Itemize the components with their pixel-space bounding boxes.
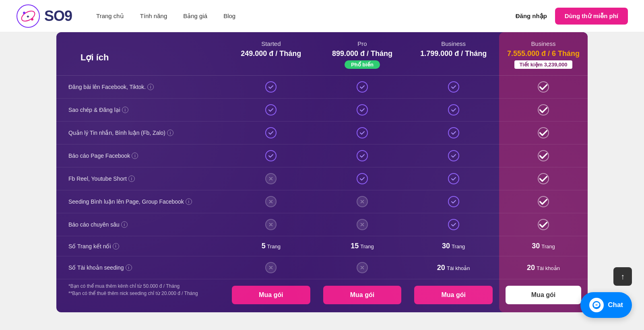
feature-4-business: [408, 167, 499, 190]
nav-tinh-nang[interactable]: Tính năng: [140, 12, 167, 19]
info-icon-7[interactable]: i: [113, 243, 119, 250]
info-icon-3[interactable]: i: [132, 153, 138, 159]
feature-6-business6: [499, 213, 588, 236]
popular-badge: Phổ biến: [345, 60, 380, 69]
check-pro-0: [357, 81, 368, 93]
feature-8-pro: [317, 256, 408, 279]
feature-1-business6: [499, 99, 588, 122]
feature-7-business6: 30 Trang: [499, 236, 588, 256]
header-actions: Đăng nhập Dùng thử miễn phí: [516, 8, 628, 25]
login-button[interactable]: Đăng nhập: [516, 12, 547, 20]
info-icon-1[interactable]: i: [122, 107, 128, 113]
buy-started-cell: Mua gói: [225, 279, 317, 312]
feature-8-started: [225, 256, 317, 279]
feature-3-business6: [499, 144, 588, 167]
x-started-4: [265, 173, 277, 184]
check-business-4: [448, 173, 459, 184]
feature-label-0: Đăng bài lên Facebook, Tiktok. i: [56, 76, 225, 99]
feature-0-business: [408, 76, 499, 99]
info-icon-4[interactable]: i: [128, 175, 135, 182]
svg-point-2: [23, 12, 25, 14]
info-icon-5[interactable]: i: [186, 198, 192, 205]
plan-pro-price: 899.000 đ / Tháng: [321, 50, 404, 58]
messenger-icon: [589, 298, 604, 312]
check-pro-2: [357, 127, 368, 138]
nav-blog[interactable]: Blog: [223, 12, 235, 19]
feature-5-business6: [499, 190, 588, 213]
trial-button[interactable]: Dùng thử miễn phí: [555, 8, 628, 25]
feature-0-pro: [317, 76, 408, 99]
feature-label-3: Báo cáo Page Facebook i: [56, 144, 225, 167]
x-pro-5: [357, 196, 368, 207]
feature-4-pro: [317, 167, 408, 190]
feature-8-business6: 20 Tài khoản: [499, 256, 588, 279]
check-started-3: [265, 150, 277, 161]
plan-business-price: 1.799.000 đ / Tháng: [412, 50, 495, 58]
feature-7-business: 30 Trang: [408, 236, 499, 256]
x-started-6: [265, 219, 277, 230]
nav-bang-gia[interactable]: Bảng giá: [183, 12, 207, 20]
logo-area: ✦ SO9: [16, 4, 72, 28]
plan-started-price: 249.000 đ / Tháng: [229, 50, 313, 58]
nav-trang-chu[interactable]: Trang chủ: [96, 12, 124, 20]
header: ✦ SO9 Trang chủ Tính năng Bảng giá Blog …: [0, 0, 644, 32]
feature-6-pro: [317, 213, 408, 236]
check-business-5: [448, 196, 459, 207]
buy-business-cell: Mua gói: [408, 279, 499, 312]
feature-5-started: [225, 190, 317, 213]
check-started-2: [265, 127, 277, 138]
buy-business-button[interactable]: Mua gói: [414, 286, 493, 304]
info-icon-6[interactable]: i: [121, 221, 128, 228]
feature-label-7: Số Trang kết nối i: [56, 236, 225, 256]
loi-ich-header: Lợi ích: [56, 32, 225, 76]
info-icon-0[interactable]: i: [147, 84, 154, 90]
plan-started-name: Started: [229, 40, 313, 47]
col-pro: Pro 899.000 đ / Tháng Phổ biến: [317, 32, 408, 76]
svg-point-3: [31, 18, 33, 21]
check-business6-2: [538, 127, 549, 138]
feature-label-8: Số Tài khoản seeding i: [56, 256, 225, 279]
col-started: Started 249.000 đ / Tháng: [225, 32, 317, 76]
check-business-3: [448, 150, 459, 161]
feature-6-started: [225, 213, 317, 236]
feature-8-business: 20 Tài khoản: [408, 256, 499, 279]
check-business6-5: [538, 196, 549, 207]
main-content: Lợi ích Started 249.000 đ / Tháng Pro 89…: [0, 32, 644, 328]
check-pro-4: [357, 173, 368, 184]
feature-3-started: [225, 144, 317, 167]
pricing-table: Lợi ích Started 249.000 đ / Tháng Pro 89…: [56, 32, 588, 312]
info-icon-8[interactable]: i: [126, 264, 132, 271]
buy-business6-button[interactable]: Mua gói: [506, 286, 581, 304]
section-title: Lợi ích: [68, 40, 221, 67]
check-business-1: [448, 104, 459, 116]
plan-business6-price: 7.555.000 đ / 6 Tháng: [503, 50, 584, 58]
check-business6-1: [538, 104, 549, 116]
x-started-5: [265, 196, 277, 207]
note-1: *Bạn có thể mua thêm kênh chỉ từ 50.000 …: [68, 283, 198, 289]
feature-5-pro: [317, 190, 408, 213]
check-business6-4: [538, 173, 549, 184]
feature-3-pro: [317, 144, 408, 167]
plan-business6-name: Business: [503, 40, 584, 47]
check-business-2: [448, 127, 459, 138]
scroll-top-button[interactable]: ↑: [613, 267, 632, 286]
feature-2-started: [225, 122, 317, 144]
x-pro-8: [357, 262, 368, 273]
plan-pro-name: Pro: [321, 40, 404, 47]
feature-2-business: [408, 122, 499, 144]
feature-7-started: 5 Trang: [225, 236, 317, 256]
feature-5-business: [408, 190, 499, 213]
feature-label-5: Seeding Bình luận lên Page, Group Facebo…: [56, 190, 225, 213]
feature-2-pro: [317, 122, 408, 144]
feature-0-started: [225, 76, 317, 99]
buy-started-button[interactable]: Mua gói: [232, 286, 310, 304]
chat-button[interactable]: Chat: [580, 292, 632, 318]
x-started-8: [265, 262, 277, 273]
info-icon-2[interactable]: i: [167, 130, 173, 136]
check-business-6: [448, 219, 459, 230]
feature-label-1: Sao chép & Đăng lại i: [56, 99, 225, 122]
x-pro-6: [357, 219, 368, 230]
buy-business6-cell: Mua gói: [499, 279, 588, 312]
buy-pro-button[interactable]: Mua gói: [323, 286, 402, 304]
check-business6-3: [538, 150, 549, 161]
